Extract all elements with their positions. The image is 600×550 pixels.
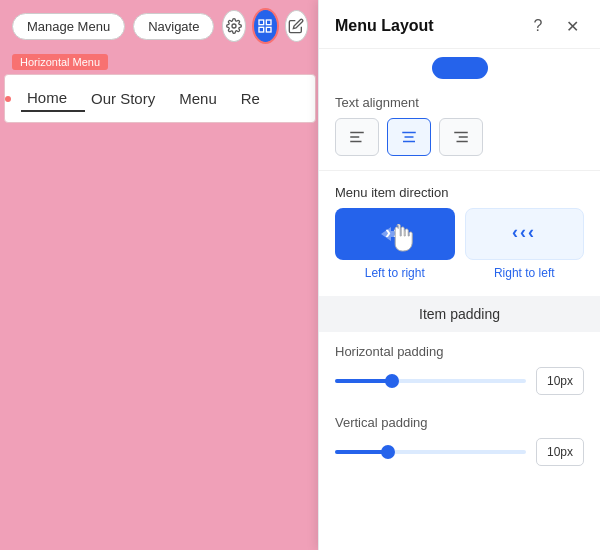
right-to-left-label: Right to left: [494, 266, 555, 280]
svg-rect-4: [267, 27, 272, 32]
navigate-button[interactable]: Navigate: [133, 13, 214, 40]
vertical-padding-value[interactable]: 10px: [536, 438, 584, 466]
close-button[interactable]: ✕: [560, 14, 584, 38]
panel-header: Menu Layout ? ✕: [319, 0, 600, 49]
horizontal-padding-slider-row: 10px: [335, 367, 584, 395]
horizontal-padding-track[interactable]: [335, 379, 526, 383]
horizontal-menu-label: Horizontal Menu: [12, 54, 108, 70]
right-to-left-button[interactable]: ‹ ‹ ‹ Right to left: [465, 208, 585, 280]
nav-item-re[interactable]: Re: [235, 86, 278, 111]
vertical-padding-track[interactable]: [335, 450, 526, 454]
align-center-button[interactable]: [387, 118, 431, 156]
svg-text:›: ›: [401, 223, 407, 242]
left-to-right-button[interactable]: › › › Left to right: [335, 208, 455, 280]
horizontal-padding-label: Horizontal padding: [335, 344, 584, 359]
help-button[interactable]: ?: [526, 14, 550, 38]
vertical-padding-label: Vertical padding: [335, 415, 584, 430]
menu-nav-bar: Home Our Story Menu Re: [4, 74, 316, 123]
scroll-tab: [432, 57, 488, 79]
nav-item-menu[interactable]: Menu: [173, 86, 235, 111]
svg-rect-1: [259, 20, 264, 25]
vertical-padding-slider-row: 10px: [335, 438, 584, 466]
item-padding-header: Item padding: [319, 296, 600, 332]
edit-icon-button[interactable]: [285, 10, 308, 42]
svg-rect-3: [259, 27, 264, 32]
manage-menu-button[interactable]: Manage Menu: [12, 13, 125, 40]
svg-text:‹: ‹: [512, 223, 518, 242]
nav-item-home[interactable]: Home: [21, 85, 85, 112]
horizontal-padding-thumb[interactable]: [385, 374, 399, 388]
text-alignment-buttons: [319, 118, 600, 170]
left-to-right-label: Left to right: [365, 266, 425, 280]
align-right-button[interactable]: [439, 118, 483, 156]
canvas-area: Manage Menu Navigate Horizontal Menu Hom…: [0, 0, 320, 550]
toolbar: Manage Menu Navigate: [0, 0, 320, 52]
horizontal-padding-value[interactable]: 10px: [536, 367, 584, 395]
nav-item-our-story[interactable]: Our Story: [85, 86, 173, 111]
horizontal-padding-fill: [335, 379, 392, 383]
svg-rect-2: [267, 20, 272, 25]
align-left-button[interactable]: [335, 118, 379, 156]
left-to-right-inner: › › ›: [335, 208, 455, 260]
text-alignment-label: Text alignment: [319, 81, 600, 118]
svg-text:‹: ‹: [520, 223, 526, 242]
svg-point-0: [232, 24, 236, 28]
layout-icon-button[interactable]: [254, 10, 277, 42]
vertical-padding-row: Vertical padding 10px: [319, 403, 600, 474]
menu-item-direction-label: Menu item direction: [319, 171, 600, 208]
scroll-indicator: [319, 49, 600, 81]
svg-text:‹: ‹: [528, 223, 534, 242]
panel-title: Menu Layout: [335, 17, 434, 35]
vertical-padding-fill: [335, 450, 388, 454]
panel-header-icons: ? ✕: [526, 14, 584, 38]
svg-text:›: ›: [385, 223, 391, 242]
right-to-left-inner: ‹ ‹ ‹: [465, 208, 585, 260]
direction-buttons: › › › Left to right ‹ ‹ ‹: [319, 208, 600, 296]
vertical-padding-thumb[interactable]: [381, 445, 395, 459]
menu-layout-panel: Menu Layout ? ✕ Text alignment Menu ite: [318, 0, 600, 550]
horizontal-padding-row: Horizontal padding 10px: [319, 332, 600, 403]
settings-icon-button[interactable]: [222, 10, 245, 42]
svg-text:›: ›: [393, 223, 399, 242]
